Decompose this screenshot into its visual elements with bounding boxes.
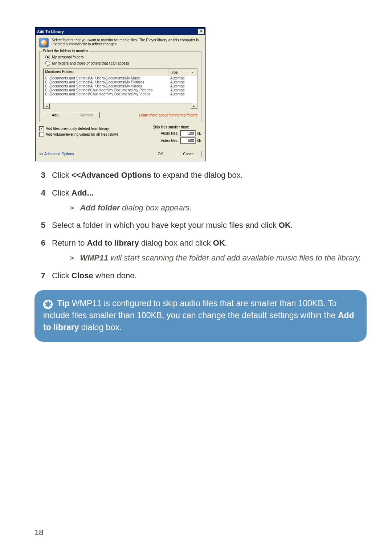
step-body: Click <<Advanced Options to expand the d…	[52, 170, 367, 181]
ok-button[interactable]: OK	[148, 151, 173, 157]
radio-others-label: My folders and those of others that I ca…	[52, 61, 129, 65]
advanced-options-link[interactable]: << Advanced Options	[39, 152, 74, 156]
radio-others[interactable]	[45, 61, 50, 66]
kb-label: KB	[197, 131, 201, 135]
table-row[interactable]: C:\Documents and Settings\All Users\Docu…	[44, 76, 197, 80]
page-number: 18	[34, 528, 43, 537]
step-6: 6 Return to Add to library dialog box an…	[34, 238, 367, 264]
skip-video-input[interactable]: 500	[180, 138, 196, 144]
add-to-library-dialog: Add To Library ✕ Select folders that you…	[35, 27, 205, 161]
skip-title: Skip files smaller than:	[153, 125, 201, 129]
step-3: 3 Click <<Advanced Options to expand the…	[34, 170, 367, 181]
radio-personal[interactable]	[45, 55, 50, 59]
list-header: Monitored Folders Type ▲	[44, 69, 197, 76]
scroll-left-button[interactable]: ◄	[44, 103, 50, 109]
table-row[interactable]: C:\Documents and Settings\Chui Hoon\My D…	[44, 92, 197, 96]
step-number: 7	[34, 270, 45, 282]
chevron-icon: >	[69, 202, 74, 214]
tip-text-2: dialog box.	[79, 323, 122, 332]
step-body: Select a folder in which you have kept y…	[52, 220, 367, 231]
dialog-intro: Select folders that you want to monitor …	[52, 38, 201, 46]
instruction-steps: 3 Click <<Advanced Options to expand the…	[34, 170, 367, 282]
fieldset-legend: Select the folders to monitor	[42, 49, 89, 53]
skip-audio-label: Audio files:	[161, 131, 179, 135]
skip-video-label: Video files:	[161, 139, 179, 143]
step-number: 5	[34, 220, 45, 231]
scroll-right-button[interactable]: ►	[191, 103, 197, 109]
col-header-path[interactable]: Monitored Folders	[44, 69, 168, 76]
check-add-prev-label: Add files previously deleted from librar…	[46, 127, 109, 131]
tip-label: Tip	[57, 299, 69, 308]
tip-callout: ✱ Tip WMP11 is configured to skip audio …	[34, 290, 367, 342]
close-button[interactable]: ✕	[198, 29, 204, 34]
learn-more-link[interactable]: Learn more about monitoring folders	[139, 113, 197, 117]
check-volume-leveling-label: Add volume-leveling values for all files…	[46, 132, 118, 136]
step-4: 4 Click Add... > Add folder dialog box a…	[34, 188, 367, 214]
step-body: Click Add... > Add folder dialog box app…	[52, 188, 367, 214]
tip-badge-icon: ✱	[43, 300, 53, 309]
folders-fieldset: Select the folders to monitor My persona…	[39, 51, 201, 122]
dialog-titlebar: Add To Library ✕	[36, 28, 205, 35]
table-row[interactable]: C:\Documents and Settings\All Users\Docu…	[44, 84, 197, 88]
tip-text-1: WMP11 is configured to skip audio files …	[43, 299, 338, 320]
step-number: 3	[34, 170, 45, 181]
check-add-prev[interactable]	[39, 126, 44, 131]
wmp-icon	[39, 38, 49, 48]
step-number: 6	[34, 238, 45, 249]
kb-label: KB	[197, 139, 201, 143]
table-row[interactable]: C:\Documents and Settings\All Users\Docu…	[44, 80, 197, 84]
scroll-up-button[interactable]: ▲	[189, 70, 195, 75]
col-header-type-label: Type	[170, 70, 178, 74]
col-header-type[interactable]: Type ▲	[168, 69, 197, 76]
add-button[interactable]: Add...	[43, 112, 70, 118]
step-6-sub: > WMP11 will start scanning the folder a…	[69, 253, 367, 264]
monitored-folders-list[interactable]: Monitored Folders Type ▲ C:\Documents an…	[43, 69, 197, 109]
step-number: 4	[34, 188, 45, 199]
check-volume-leveling[interactable]	[39, 132, 44, 137]
step-body: Return to Add to library dialog box and …	[52, 238, 367, 264]
step-body: Click Close when done.	[52, 270, 367, 282]
step-4-sub: > Add folder dialog box appears.	[69, 202, 367, 214]
horizontal-scrollbar[interactable]: ◄ ►	[44, 103, 197, 109]
cancel-button[interactable]: Cancel	[176, 151, 201, 157]
step-5: 5 Select a folder in which you have kept…	[34, 220, 367, 231]
step-7: 7 Click Close when done.	[34, 270, 367, 282]
remove-button[interactable]: Remove	[73, 112, 100, 118]
list-rows: C:\Documents and Settings\All Users\Docu…	[44, 76, 197, 103]
radio-personal-label: My personal folders	[52, 55, 83, 59]
dialog-title: Add To Library	[37, 29, 64, 34]
skip-audio-input[interactable]: 100	[180, 130, 196, 136]
chevron-icon: >	[69, 253, 74, 264]
table-row[interactable]: C:\Documents and Settings\Chui Hoon\My D…	[44, 88, 197, 92]
